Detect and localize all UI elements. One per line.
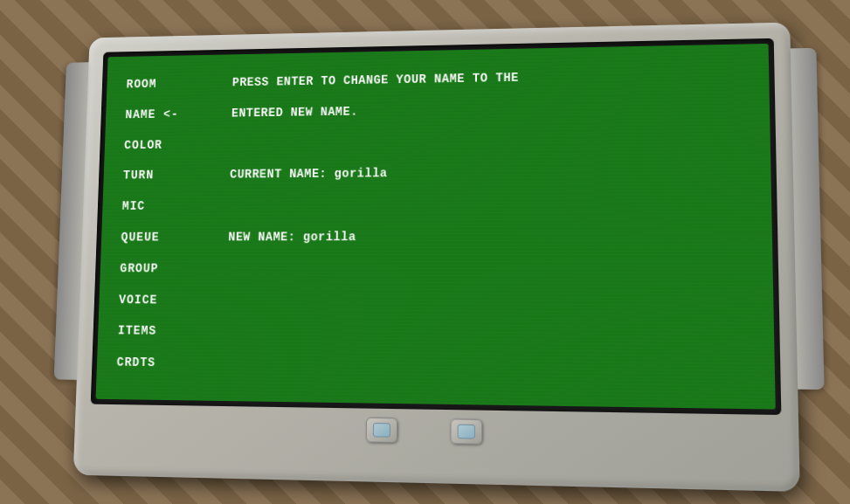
content-line-4 bbox=[228, 190, 750, 224]
monitor-button-2[interactable] bbox=[450, 418, 482, 445]
nav-queue[interactable]: QUEUE bbox=[120, 224, 228, 256]
monitor: ROOM PRESS ENTER TO CHANGE YOUR NAME TO … bbox=[73, 22, 799, 491]
monitor-bottom bbox=[89, 409, 782, 453]
monitor-button-1[interactable] bbox=[365, 417, 397, 442]
monitor-button-1-inner bbox=[372, 423, 390, 438]
content-line-2 bbox=[230, 126, 748, 163]
screen: ROOM PRESS ENTER TO CHANGE YOUR NAME TO … bbox=[95, 43, 775, 409]
content-line-10 bbox=[225, 351, 753, 390]
content-line-6: NEW NAME: gorilla bbox=[227, 224, 750, 257]
nav-color[interactable]: COLOR bbox=[123, 132, 231, 163]
nav-turn[interactable]: TURN bbox=[122, 162, 230, 194]
content-line-9 bbox=[225, 319, 751, 356]
content-line-8 bbox=[225, 287, 750, 322]
nav-group[interactable]: GROUP bbox=[119, 256, 227, 287]
monitor-side-left bbox=[53, 62, 88, 380]
monitor-button-2-inner bbox=[457, 424, 474, 438]
nav-voice[interactable]: VOICE bbox=[118, 287, 226, 320]
content-line-3: CURRENT NAME: gorilla bbox=[229, 158, 749, 194]
content-line-7 bbox=[226, 256, 750, 289]
nav-room[interactable]: ROOM bbox=[125, 71, 232, 103]
nav-name[interactable]: NAME <- bbox=[124, 101, 232, 134]
monitor-side-right bbox=[790, 47, 824, 389]
nav-crdts[interactable]: CRDTS bbox=[115, 350, 225, 383]
nav-mic[interactable]: MIC bbox=[121, 194, 229, 225]
screen-bezel: ROOM PRESS ENTER TO CHANGE YOUR NAME TO … bbox=[90, 38, 781, 414]
nav-items[interactable]: ITEMS bbox=[117, 319, 226, 351]
